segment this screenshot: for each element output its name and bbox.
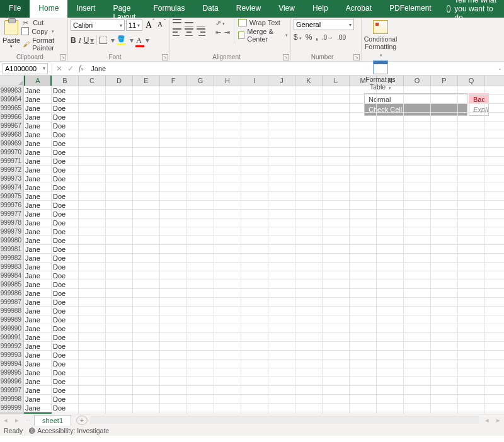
cell[interactable] bbox=[268, 148, 295, 157]
cell[interactable] bbox=[350, 351, 377, 360]
cell[interactable] bbox=[241, 289, 268, 298]
cell[interactable] bbox=[323, 104, 350, 113]
cell[interactable] bbox=[160, 280, 187, 289]
cell[interactable] bbox=[214, 289, 241, 298]
cell[interactable] bbox=[106, 377, 133, 386]
cell[interactable] bbox=[268, 280, 295, 289]
row-header[interactable]: 999976 bbox=[0, 201, 24, 210]
cell[interactable] bbox=[323, 113, 350, 122]
cell[interactable] bbox=[458, 333, 485, 342]
cell[interactable] bbox=[241, 236, 268, 245]
cell[interactable]: Doe bbox=[52, 404, 79, 412]
cell[interactable] bbox=[133, 157, 160, 166]
cell[interactable] bbox=[295, 360, 323, 368]
cell[interactable] bbox=[404, 86, 431, 95]
cell[interactable] bbox=[350, 386, 377, 395]
cell[interactable] bbox=[295, 315, 323, 324]
cell[interactable] bbox=[79, 122, 106, 130]
cell[interactable] bbox=[458, 148, 485, 157]
formula-bar-value[interactable]: Jane bbox=[86, 65, 106, 72]
cell[interactable] bbox=[268, 201, 295, 210]
cell[interactable] bbox=[350, 113, 377, 122]
increase-decimal-button[interactable]: .0→ bbox=[322, 34, 333, 41]
cell[interactable] bbox=[79, 263, 106, 271]
cell[interactable] bbox=[431, 236, 458, 245]
cell[interactable] bbox=[268, 324, 295, 333]
cell[interactable] bbox=[214, 368, 241, 377]
horizontal-scrollbar[interactable] bbox=[90, 416, 479, 424]
row-header[interactable]: 999979 bbox=[0, 227, 24, 236]
cell[interactable] bbox=[295, 218, 323, 227]
cell[interactable] bbox=[133, 271, 160, 280]
cell[interactable] bbox=[214, 360, 241, 368]
cell[interactable] bbox=[106, 404, 133, 412]
copy-button[interactable]: Copy▾ bbox=[23, 28, 65, 35]
cell[interactable] bbox=[214, 342, 241, 351]
cell[interactable] bbox=[187, 236, 214, 245]
cell[interactable] bbox=[458, 201, 485, 210]
row-header[interactable]: 999971 bbox=[0, 157, 24, 166]
cell[interactable] bbox=[187, 254, 214, 263]
cell[interactable] bbox=[404, 342, 431, 351]
chevron-down-icon[interactable]: ▾ bbox=[146, 36, 149, 45]
cell[interactable] bbox=[187, 289, 214, 298]
cell[interactable] bbox=[133, 139, 160, 148]
cell[interactable] bbox=[79, 386, 106, 395]
cell[interactable] bbox=[106, 351, 133, 360]
cell[interactable] bbox=[79, 236, 106, 245]
cell[interactable] bbox=[160, 227, 187, 236]
cell[interactable]: Jane bbox=[24, 245, 52, 254]
cell[interactable] bbox=[377, 122, 404, 130]
cell[interactable] bbox=[295, 139, 323, 148]
tell-me-search[interactable]: Tell me what you want to do bbox=[440, 0, 504, 18]
cell[interactable] bbox=[350, 307, 377, 315]
cell[interactable] bbox=[268, 404, 295, 412]
cell[interactable] bbox=[79, 113, 106, 122]
cell[interactable] bbox=[268, 412, 295, 414]
cell[interactable] bbox=[187, 113, 214, 122]
cell[interactable] bbox=[106, 263, 133, 271]
cell[interactable] bbox=[268, 298, 295, 307]
cell[interactable] bbox=[295, 245, 323, 254]
cell[interactable] bbox=[133, 324, 160, 333]
cell[interactable] bbox=[431, 315, 458, 324]
cell[interactable] bbox=[350, 130, 377, 139]
sheet-nav-prev-button[interactable]: ◂ bbox=[0, 416, 11, 424]
cell[interactable] bbox=[404, 271, 431, 280]
cell[interactable] bbox=[214, 201, 241, 210]
cell[interactable] bbox=[214, 404, 241, 412]
cell[interactable] bbox=[350, 254, 377, 263]
cell[interactable] bbox=[431, 324, 458, 333]
cell[interactable]: Doe bbox=[52, 386, 79, 395]
cell[interactable] bbox=[106, 368, 133, 377]
cell[interactable]: Jane bbox=[24, 148, 52, 157]
cell[interactable] bbox=[323, 315, 350, 324]
cell[interactable] bbox=[187, 271, 214, 280]
cell[interactable]: Doe bbox=[52, 113, 79, 122]
cell[interactable]: Jane bbox=[24, 271, 52, 280]
cell[interactable] bbox=[214, 307, 241, 315]
cell[interactable]: Doe bbox=[52, 351, 79, 360]
column-header-K[interactable]: K bbox=[295, 76, 323, 86]
cell[interactable] bbox=[160, 183, 187, 192]
row-header[interactable]: 999966 bbox=[0, 113, 24, 122]
cell[interactable] bbox=[268, 342, 295, 351]
cell[interactable] bbox=[404, 245, 431, 254]
cell[interactable]: Jane bbox=[24, 342, 52, 351]
cell[interactable] bbox=[187, 148, 214, 157]
cell[interactable] bbox=[377, 395, 404, 404]
cell[interactable] bbox=[458, 183, 485, 192]
column-header-Q[interactable]: Q bbox=[458, 76, 485, 86]
align-middle-button[interactable] bbox=[185, 19, 193, 26]
cell[interactable] bbox=[350, 263, 377, 271]
cell[interactable]: Doe bbox=[52, 377, 79, 386]
cell[interactable] bbox=[323, 333, 350, 342]
row-header[interactable]: 999977 bbox=[0, 210, 24, 218]
cell[interactable] bbox=[431, 192, 458, 201]
cell[interactable] bbox=[79, 280, 106, 289]
cell[interactable] bbox=[377, 342, 404, 351]
cell[interactable]: Doe bbox=[52, 192, 79, 201]
cell[interactable] bbox=[323, 148, 350, 157]
cell[interactable] bbox=[133, 104, 160, 113]
cell[interactable] bbox=[458, 324, 485, 333]
